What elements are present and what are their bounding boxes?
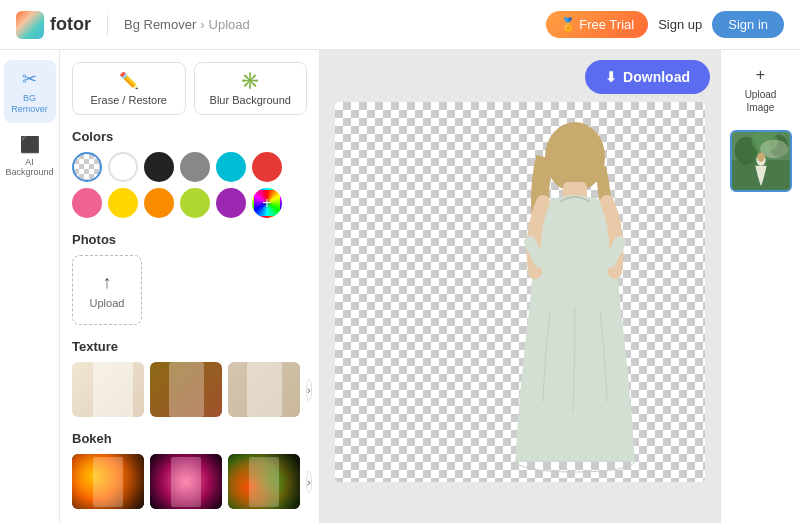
sidebar-item-ai-background[interactable]: ⬛ AIBackground [4,127,56,187]
texture-thumb-3[interactable] [228,362,300,417]
color-orange[interactable] [144,188,174,218]
signin-button[interactable]: Sign in [712,11,784,38]
options-panel: ✏️ Erase / Restore ✳️ Blur Background Co… [60,50,320,523]
download-button[interactable]: ⬇ Download [585,60,710,94]
fotor-logo: fotor [16,11,91,39]
scissors-icon: ✂ [22,68,37,90]
main-layout: ✂ BGRemover ⬛ AIBackground ✏️ Erase / Re… [0,50,800,523]
image-thumbnail-1[interactable] [730,130,792,192]
upload-image-label: UploadImage [745,88,777,114]
breadcrumb-upload: Upload [209,17,250,32]
texture-thumb-1[interactable] [72,362,144,417]
erase-restore-label: Erase / Restore [91,94,167,106]
tool-sidebar: ✂ BGRemover ⬛ AIBackground [0,50,60,523]
svg-point-0 [545,122,605,192]
upload-arrow-icon: ↑ [103,272,112,293]
color-purple[interactable] [216,188,246,218]
colors-grid: + [72,152,307,218]
color-yellow[interactable] [108,188,138,218]
blur-bg-label: Blur Background [210,94,291,106]
texture-section: Texture › [72,339,307,417]
color-cyan[interactable] [216,152,246,182]
photos-title: Photos [72,232,307,247]
canvas-board [335,102,705,482]
bokeh-section: Bokeh › [72,431,307,509]
upload-label: Upload [90,297,125,309]
logo-icon [16,11,44,39]
photos-section: Photos ↑ Upload [72,232,307,325]
blur-icon: ✳️ [240,71,260,90]
ai-bg-icon: ⬛ [20,135,40,154]
upload-plus-icon: + [756,66,765,84]
divider [107,15,108,35]
color-white[interactable] [108,152,138,182]
bokeh-thumb-1[interactable] [72,454,144,509]
texture-thumb-2[interactable] [150,362,222,417]
right-sidebar: + UploadImage [720,50,800,523]
logo-text: fotor [50,14,91,35]
color-lime[interactable] [180,188,210,218]
svg-point-9 [757,153,764,162]
bokeh-row: › [72,454,307,509]
canvas-area: ⬇ Download [320,50,720,523]
breadcrumb: Bg Remover › Upload [124,17,250,32]
upload-photo-button[interactable]: ↑ Upload [72,255,142,325]
color-pink[interactable] [72,188,102,218]
header-left: fotor Bg Remover › Upload [16,11,250,39]
upload-image-button[interactable]: + UploadImage [731,60,791,120]
person-figure [475,102,675,482]
header-right: 🏅 Free Trial Sign up Sign in [546,11,784,38]
canvas-toolbar: ⬇ Download [330,60,710,94]
app-name: Bg Remover [124,17,196,32]
signup-button[interactable]: Sign up [658,17,702,32]
download-icon: ⬇ [605,69,617,85]
blur-background-button[interactable]: ✳️ Blur Background [194,62,308,115]
color-transparent[interactable] [72,152,102,182]
bokeh-thumb-3[interactable] [228,454,300,509]
thumbnail-preview [732,132,790,190]
bokeh-title: Bokeh [72,431,307,446]
color-red[interactable] [252,152,282,182]
breadcrumb-separator: › [200,17,204,32]
sidebar-item-bg-remover[interactable]: ✂ BGRemover [4,60,56,123]
color-plus[interactable]: + [252,188,282,218]
header: fotor Bg Remover › Upload 🏅 Free Trial S… [0,0,800,50]
free-trial-button[interactable]: 🏅 Free Trial [546,11,649,38]
texture-next-button[interactable]: › [306,379,312,401]
bokeh-thumb-2[interactable] [150,454,222,509]
color-gray[interactable] [180,152,210,182]
bg-remover-label: BGRemover [11,93,48,115]
brush-icon: ✏️ [119,71,139,90]
colors-title: Colors [72,129,307,144]
erase-restore-button[interactable]: ✏️ Erase / Restore [72,62,186,115]
ai-background-label: AIBackground [5,157,53,179]
texture-title: Texture [72,339,307,354]
color-black[interactable] [144,152,174,182]
texture-row: › [72,362,307,417]
download-label: Download [623,69,690,85]
bokeh-next-button[interactable]: › [306,471,312,493]
top-buttons: ✏️ Erase / Restore ✳️ Blur Background [72,62,307,115]
